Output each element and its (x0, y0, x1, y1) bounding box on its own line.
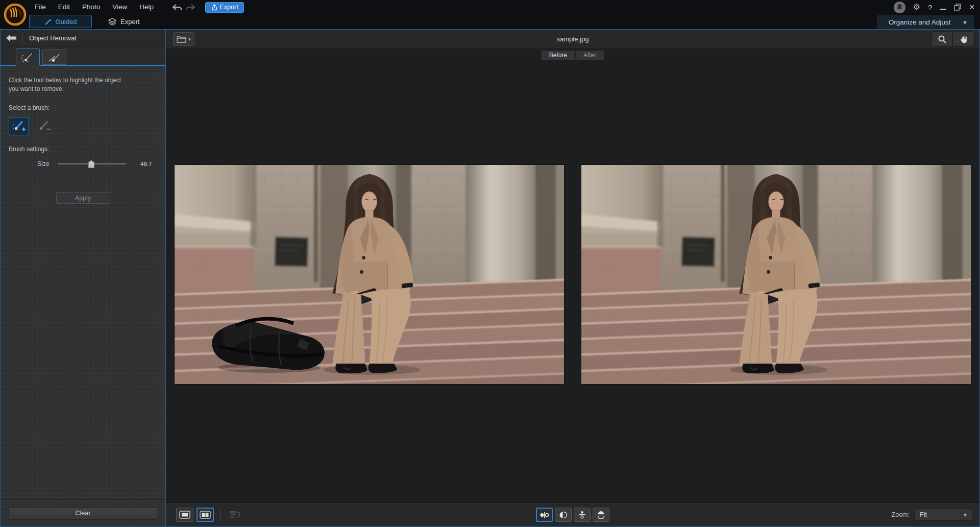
line-brush-icon (48, 52, 61, 63)
viewer-header: ▾ sample.jpg (166, 30, 979, 49)
export-icon (211, 4, 217, 11)
divider (22, 32, 22, 43)
menubar: File Edit Photo View Help Ex (29, 0, 244, 14)
single-view-button[interactable] (176, 508, 193, 522)
size-slider-row: Size 48.7 (9, 160, 157, 168)
notifications-button[interactable] (894, 2, 905, 13)
photodirector-window: File Edit Photo View Help Ex (0, 0, 980, 527)
split-circle-horizontal-icon (597, 511, 605, 519)
chevron-down-icon: ▼ (963, 512, 968, 518)
compare-strip: Before After (166, 49, 979, 60)
after-pane[interactable] (573, 60, 979, 502)
pan-tool-button[interactable] (953, 32, 975, 46)
browse-folder-button[interactable]: ▾ (173, 32, 194, 46)
layers-icon (108, 18, 116, 26)
menu-view[interactable]: View (106, 0, 133, 14)
tab-expert[interactable]: Expert (108, 15, 140, 28)
back-button[interactable] (1, 30, 22, 46)
size-value: 48.7 (140, 161, 152, 167)
minimize-button[interactable] (940, 5, 946, 10)
send-to-expert-button[interactable] (227, 508, 244, 522)
brush-tool-tabs (1, 46, 165, 66)
undo-icon (172, 4, 182, 11)
instruction-text: Click the tool below to highlight the ob… (9, 76, 131, 94)
pane-divider (573, 60, 573, 502)
size-slider[interactable] (58, 160, 126, 168)
side-by-side-compare-button[interactable] (536, 508, 553, 522)
slider-thumb[interactable] (88, 160, 94, 168)
panel-footer: Clear (1, 499, 165, 526)
menu-help[interactable]: Help (133, 0, 160, 14)
single-view-icon (179, 511, 190, 519)
tab-line-brush[interactable] (42, 50, 66, 65)
after-image[interactable] (581, 165, 971, 384)
select-brush-label: Select a brush: (9, 104, 157, 111)
chevron-down-icon: ▼ (962, 19, 968, 26)
add-brush-button[interactable] (9, 117, 29, 135)
before-tab[interactable]: Before (542, 51, 575, 60)
menubar-separator (165, 4, 165, 11)
viewer-area: ▾ sample.jpg Before (166, 29, 980, 527)
split-left-right-compare-button[interactable] (555, 508, 572, 522)
menu-photo[interactable]: Photo (76, 0, 106, 14)
filename-label: sample.jpg (166, 35, 979, 43)
restore-button[interactable] (954, 4, 961, 11)
split-top-bottom-compare-button[interactable] (593, 508, 609, 522)
magnifier-icon (938, 35, 947, 44)
brush-plus-icon (12, 120, 26, 132)
before-image[interactable] (175, 165, 564, 384)
close-button[interactable]: ✕ (969, 3, 975, 11)
title-bar: File Edit Photo View Help Ex (0, 0, 980, 29)
brush-buttons (9, 117, 157, 135)
tab-guided[interactable]: Guided (29, 15, 92, 28)
panel-content: Click the tool below to highlight the ob… (1, 66, 165, 499)
top-bottom-compare-button[interactable] (574, 508, 591, 522)
split-view-button[interactable] (197, 508, 214, 522)
split-view-icon (200, 511, 211, 519)
divider (220, 509, 220, 521)
tab-region-brush[interactable] (16, 49, 40, 66)
redo-icon (185, 4, 195, 11)
redo-button[interactable] (184, 2, 197, 12)
apply-button[interactable]: Apply (56, 193, 110, 204)
folder-caret-icon: ▾ (188, 37, 191, 42)
workspace-switcher[interactable]: Organize and Adjust ▼ (877, 15, 974, 29)
zoom-label: Zoom: (892, 511, 910, 518)
bell-icon (896, 4, 903, 11)
object-removal-panel: Object Removal (0, 29, 166, 527)
side-by-side-icon (540, 511, 549, 519)
magic-wand-icon (44, 18, 52, 26)
settings-gear-icon[interactable]: ⚙ (913, 3, 920, 11)
after-tab[interactable]: After (576, 51, 604, 60)
region-brush-icon (21, 52, 35, 62)
zoom-tool-button[interactable] (931, 32, 953, 46)
back-arrow-icon (6, 34, 17, 42)
undo-button[interactable] (170, 2, 184, 12)
subtract-brush-button[interactable] (34, 117, 54, 135)
menu-file[interactable]: File (29, 0, 52, 14)
panel-title: Object Removal (29, 34, 76, 42)
top-bottom-icon (578, 511, 586, 519)
split-circle-vertical-icon (559, 511, 568, 519)
zoom-level-select[interactable]: Fit ▼ (914, 509, 972, 521)
brush-minus-icon (37, 120, 51, 132)
menu-edit[interactable]: Edit (52, 0, 76, 14)
folder-icon (177, 36, 186, 43)
brush-settings-label: Brush settings: (9, 146, 157, 153)
viewer-toolbar: Zoom: Fit ▼ (166, 502, 979, 526)
size-label: Size (37, 160, 54, 167)
hand-icon (960, 35, 968, 43)
clear-button[interactable]: Clear (9, 507, 157, 520)
before-pane[interactable] (166, 60, 573, 502)
canvas (166, 60, 979, 502)
panel-header: Object Removal (1, 30, 165, 46)
zoom-value: Fit (915, 511, 963, 518)
export-button[interactable]: Export (205, 2, 244, 13)
help-button[interactable]: ? (928, 3, 932, 12)
compare-mode-buttons (536, 508, 609, 522)
send-layers-icon (229, 510, 241, 519)
